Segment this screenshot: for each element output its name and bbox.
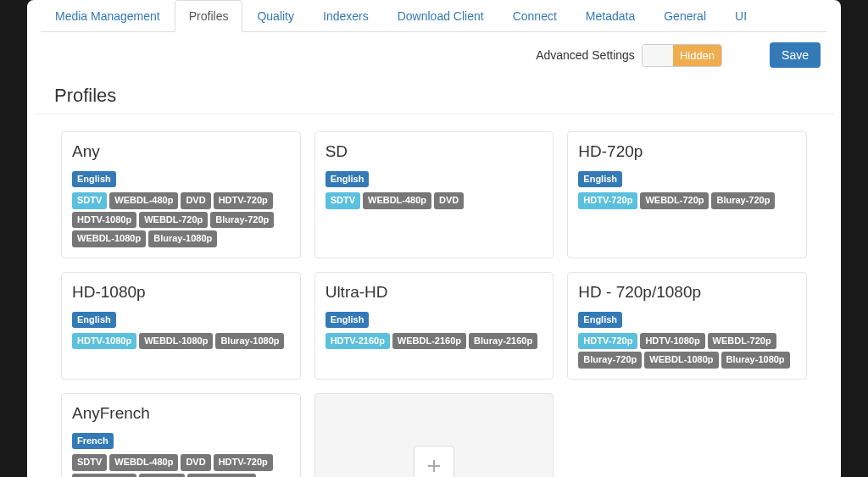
quality-badge: WEBDL-1080p bbox=[139, 333, 213, 349]
profile-card[interactable]: Ultra-HDEnglishHDTV-2160pWEBDL-2160pBlur… bbox=[314, 272, 554, 380]
language-badge: English bbox=[72, 312, 116, 328]
profile-card[interactable]: HD-720pEnglishHDTV-720pWEBDL-720pBluray-… bbox=[567, 131, 807, 258]
profile-name: Ultra-HD bbox=[326, 283, 543, 302]
quality-badge: WEBDL-480p bbox=[363, 192, 431, 208]
quality-badge: WEBDL-1080p bbox=[644, 352, 718, 368]
profile-labels: EnglishSDTVWEBDL-480pDVDHDTV-720pHDTV-10… bbox=[72, 171, 290, 247]
quality-badge: DVD bbox=[181, 192, 210, 208]
profile-card[interactable]: AnyEnglishSDTVWEBDL-480pDVDHDTV-720pHDTV… bbox=[61, 131, 301, 258]
language-badge: English bbox=[326, 312, 370, 328]
save-button[interactable]: Save bbox=[770, 42, 821, 68]
profile-labels: EnglishHDTV-2160pWEBDL-2160pBluray-2160p bbox=[326, 312, 543, 350]
quality-badge: Bluray-2160p bbox=[469, 333, 537, 349]
settings-tabs: Media Management Profiles Quality Indexe… bbox=[41, 0, 827, 32]
tab-profiles[interactable]: Profiles bbox=[175, 0, 243, 32]
profile-labels: EnglishSDTVWEBDL-480pDVD bbox=[326, 171, 543, 209]
tab-general[interactable]: General bbox=[649, 0, 721, 32]
advanced-settings-toggle[interactable]: Hidden bbox=[642, 44, 722, 67]
language-badge: English bbox=[578, 312, 622, 328]
add-profile-card[interactable] bbox=[314, 393, 554, 477]
profile-labels: EnglishHDTV-720pWEBDL-720pBluray-720p bbox=[578, 171, 796, 209]
profile-card[interactable]: SDEnglishSDTVWEBDL-480pDVD bbox=[314, 131, 554, 258]
language-badge: French bbox=[72, 433, 114, 449]
quality-badge: WEBDL-480p bbox=[109, 454, 178, 470]
tab-metadata[interactable]: Metadata bbox=[571, 0, 649, 32]
quality-badge: Bluray-720p bbox=[578, 352, 642, 368]
profile-card[interactable]: AnyFrenchFrenchSDTVWEBDL-480pDVDHDTV-720… bbox=[61, 393, 301, 477]
profile-labels: FrenchSDTVWEBDL-480pDVDHDTV-720pHDTV-108… bbox=[72, 433, 290, 477]
cutoff-badge: HDTV-720p bbox=[578, 192, 637, 208]
quality-badge: WEBDL-720p bbox=[139, 212, 208, 228]
quality-badge: WEBDL-2160p bbox=[392, 333, 466, 349]
quality-badge: DVD bbox=[181, 454, 210, 470]
cutoff-badge: HDTV-1080p bbox=[72, 333, 136, 349]
quality-badge: Bluray-1080p bbox=[721, 352, 790, 368]
profile-name: HD-720p bbox=[578, 142, 796, 161]
language-badge: English bbox=[72, 171, 116, 187]
quality-badge: Bluray-1080p bbox=[148, 230, 217, 247]
profile-name: Any bbox=[72, 142, 290, 161]
quality-badge: WEBDL-1080p bbox=[72, 230, 146, 247]
profile-name: SD bbox=[326, 142, 543, 161]
toggle-state-label: Hidden bbox=[673, 45, 721, 66]
profile-grid: AnyEnglishSDTVWEBDL-480pDVDHDTV-720pHDTV… bbox=[27, 114, 841, 477]
quality-badge: WEBDL-720p bbox=[708, 333, 776, 349]
cutoff-badge: HDTV-2160p bbox=[326, 333, 390, 349]
quality-badge: WEBDL-720p bbox=[640, 192, 709, 208]
profile-name: HD-1080p bbox=[72, 283, 290, 302]
cutoff-badge: HDTV-720p bbox=[578, 333, 637, 349]
quality-badge: WEBDL-480p bbox=[109, 192, 178, 208]
quality-badge: HDTV-1080p bbox=[72, 474, 136, 477]
profile-name: AnyFrench bbox=[72, 404, 290, 423]
language-badge: English bbox=[326, 171, 370, 187]
tab-connect[interactable]: Connect bbox=[498, 0, 571, 32]
quality-badge: HDTV-720p bbox=[214, 192, 273, 208]
quality-badge: Raw-HD bbox=[139, 474, 185, 477]
tab-media-management[interactable]: Media Management bbox=[41, 0, 175, 32]
quality-badge: SDTV bbox=[72, 454, 107, 470]
quality-badge: DVD bbox=[434, 192, 464, 208]
tab-indexers[interactable]: Indexers bbox=[309, 0, 383, 32]
quality-badge: HDTV-1080p bbox=[640, 333, 704, 349]
profile-card[interactable]: HD-1080pEnglishHDTV-1080pWEBDL-1080pBlur… bbox=[61, 272, 301, 380]
advanced-settings-label: Advanced Settings bbox=[536, 48, 635, 62]
quality-badge: Bluray-1080p bbox=[215, 333, 284, 349]
quality-badge: Bluray-720p bbox=[711, 192, 775, 208]
quality-badge: Bluray-720p bbox=[210, 212, 274, 228]
quality-badge: HDTV-1080p bbox=[72, 212, 136, 228]
tab-ui[interactable]: UI bbox=[721, 0, 761, 32]
profile-name: HD - 720p/1080p bbox=[578, 283, 796, 302]
cutoff-badge: SDTV bbox=[326, 192, 360, 208]
page-title: Profiles bbox=[34, 68, 834, 114]
tab-download-client[interactable]: Download Client bbox=[383, 0, 498, 32]
profile-labels: EnglishHDTV-1080pWEBDL-1080pBluray-1080p bbox=[72, 312, 290, 350]
profile-card[interactable]: HD - 720p/1080pEnglishHDTV-720pHDTV-1080… bbox=[567, 272, 807, 380]
language-badge: English bbox=[578, 171, 622, 187]
profile-labels: EnglishHDTV-720pHDTV-1080pWEBDL-720pBlur… bbox=[578, 312, 796, 369]
cutoff-badge: SDTV bbox=[72, 192, 107, 208]
plus-icon bbox=[414, 446, 454, 477]
quality-badge: WEBDL-720p bbox=[187, 474, 256, 477]
tab-quality[interactable]: Quality bbox=[242, 0, 309, 32]
quality-badge: HDTV-720p bbox=[214, 454, 273, 470]
